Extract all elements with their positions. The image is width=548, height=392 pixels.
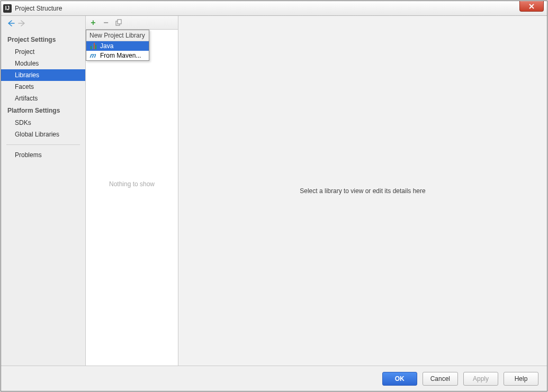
add-library-button[interactable]: + xyxy=(89,19,97,27)
remove-library-button[interactable]: − xyxy=(102,19,110,27)
popup-item-maven[interactable]: m From Maven... xyxy=(86,51,149,60)
sidebar: Project Settings Project Modules Librari… xyxy=(1,16,86,366)
titlebar: IJ Project Structure xyxy=(1,1,547,16)
new-library-popup: New Project Library Java m From Maven... xyxy=(86,30,149,61)
cancel-button[interactable]: Cancel xyxy=(423,372,458,386)
library-icon xyxy=(89,42,97,50)
maven-icon: m xyxy=(89,52,97,59)
sidebar-item-sdks[interactable]: SDKs xyxy=(1,117,85,129)
library-list-pane: + − Nothing to show New Project Library … xyxy=(86,16,178,366)
sidebar-item-global-libraries[interactable]: Global Libraries xyxy=(1,129,85,140)
svg-rect-3 xyxy=(118,20,121,24)
popup-item-java[interactable]: Java xyxy=(86,41,149,51)
ok-button[interactable]: OK xyxy=(382,372,417,386)
sidebar-divider xyxy=(6,144,80,145)
empty-message: Nothing to show xyxy=(86,180,178,188)
close-button[interactable] xyxy=(519,1,544,12)
popup-item-label: From Maven... xyxy=(100,52,141,59)
detail-pane: Select a library to view or edit its det… xyxy=(178,16,547,366)
sidebar-item-problems[interactable]: Problems xyxy=(1,149,85,161)
sidebar-item-libraries[interactable]: Libraries xyxy=(1,69,85,81)
popup-item-label: Java xyxy=(100,42,113,50)
nav-back-icon[interactable] xyxy=(7,20,15,28)
dialog-footer: OK Cancel Apply Help xyxy=(1,366,547,391)
sidebar-item-artifacts[interactable]: Artifacts xyxy=(1,93,85,104)
sidebar-item-modules[interactable]: Modules xyxy=(1,58,85,69)
sidebar-item-project[interactable]: Project xyxy=(1,46,85,58)
window-title: Project Structure xyxy=(15,5,62,12)
section-platform-settings: Platform Settings xyxy=(1,104,85,117)
body: Project Settings Project Modules Librari… xyxy=(1,16,547,366)
app-icon: IJ xyxy=(3,4,12,13)
section-project-settings: Project Settings xyxy=(1,33,85,46)
nav-forward-icon[interactable] xyxy=(18,20,25,28)
copy-library-button[interactable] xyxy=(114,19,123,27)
sidebar-item-facets[interactable]: Facets xyxy=(1,81,85,93)
detail-placeholder: Select a library to view or edit its det… xyxy=(300,187,425,195)
project-structure-window: IJ Project Structure Project Settings Pr… xyxy=(1,1,547,391)
close-icon xyxy=(528,4,535,9)
popup-title: New Project Library xyxy=(86,30,149,41)
help-button[interactable]: Help xyxy=(504,372,538,386)
nav-arrows xyxy=(1,18,85,33)
library-toolbar: + − xyxy=(86,16,178,30)
apply-button: Apply xyxy=(463,372,498,386)
